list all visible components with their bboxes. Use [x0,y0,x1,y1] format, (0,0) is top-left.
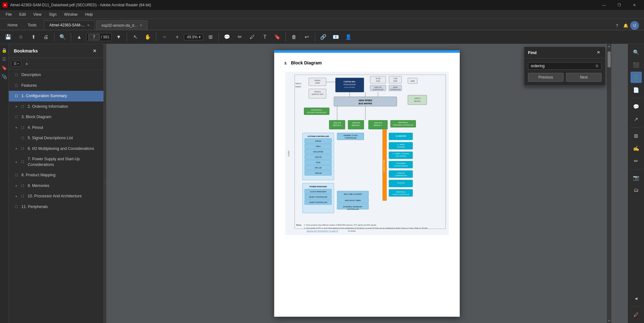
bookmark-arrow-memories[interactable]: ▸ [14,183,19,188]
right-tool-collapse[interactable]: ◂ [630,293,642,304]
right-tool-fill[interactable]: ✏ [630,155,642,167]
bookmark-io-multiplexing[interactable]: ▸ ☐ 6. I/O Multiplexing and Consideratio… [9,144,103,154]
right-tool-comment[interactable]: 💬 [630,101,642,112]
link-button[interactable]: 🔗 [318,31,329,43]
type-button[interactable]: T [259,31,270,43]
menu-window[interactable]: Window [61,11,81,18]
pdf-section-title: Block Diagram [291,60,322,65]
right-separator-4 [630,306,642,307]
right-tool-sign[interactable]: ✍ [630,143,642,154]
save-button[interactable]: 💾 [3,31,14,43]
hand-tool[interactable]: ✋ [142,31,153,43]
user-avatar[interactable]: U [630,21,639,30]
zoom-out-button[interactable]: − [159,31,170,43]
find-next-button[interactable]: Next [566,73,602,82]
tab-esp32[interactable]: esp32-wroom-da_d... ✕ [96,20,147,30]
bookmark-ordering-info[interactable]: ▸ ☐ 2. Ordering Information [9,101,103,112]
menu-file[interactable]: File [3,11,15,18]
bookmark-block-diagram[interactable]: ☐ 3. Block Diagram [9,112,103,123]
bookmark-arrow-ordering[interactable]: ▸ [14,104,19,109]
tab-tools[interactable]: Tools [23,20,42,30]
send-button[interactable]: 📧 [330,31,341,43]
right-tool-pages[interactable]: 📄 [630,84,642,96]
zoom-value: 49.9% [187,35,197,39]
bookmark-button[interactable]: ☆ [15,31,26,43]
tab-atmel[interactable]: Atmel-42363-SAM-... ✕ [44,20,95,30]
close-bookmarks-button[interactable]: ✕ [91,47,98,55]
zoom-selector[interactable]: 49.9% ▾ [184,34,203,40]
undo-button[interactable]: ↩ [301,31,312,43]
right-tool-scan[interactable]: 📷 [630,172,642,183]
find-previous-button[interactable]: Previous [528,73,564,82]
close-button[interactable]: ✕ [627,0,641,10]
right-tool-organize[interactable]: 🗂 [630,184,642,196]
minimize-button[interactable]: — [597,0,611,10]
share-button[interactable]: ⬆ [28,31,39,43]
bookmark-description[interactable]: ☐ Description [9,70,103,80]
app-icon: A [3,3,8,8]
search-button[interactable]: 🔍 [57,31,68,43]
bookmark-processor[interactable]: ▸ ☐ 10. Processor And Architecture [9,191,103,202]
delete-button[interactable]: 🗑 [288,31,300,43]
layers-icon[interactable]: ☰ [1,55,8,63]
right-tool-measure[interactable]: ⊞ [630,130,642,141]
page-number-input[interactable] [88,34,100,40]
bookmark-icon-features: ☐ [14,83,19,88]
account-button[interactable]: 👤 [343,31,354,43]
bookmark-view-options[interactable]: ☰ ▾ [11,61,21,67]
panel-resize-handle[interactable]: ⋮ [104,44,106,323]
svg-text:REAL TIME COUNTER: REAL TIME COUNTER [344,193,362,195]
comment-button[interactable]: 💬 [221,31,233,43]
right-tool-bookmark[interactable]: ☰ [630,72,642,83]
right-tool-edit-color[interactable]: 🖊 [630,309,642,320]
right-tool-scroll[interactable]: ⬛ [630,59,642,70]
bookmark-configuration-summary[interactable]: ☐ 1. Configuration Summary [9,91,103,101]
menu-sign[interactable]: Sign [46,11,60,18]
scroll-thumb[interactable] [608,52,611,67]
find-close-button[interactable]: ✕ [595,49,602,56]
bookmark-arrow-io[interactable]: ▸ [14,146,19,151]
toolbar-separator-6 [286,33,286,41]
fit-button[interactable]: ⊞ [205,31,216,43]
help-button[interactable]: ? [613,21,621,30]
bookmark-features[interactable]: ☐ Features [9,80,103,91]
bookmark-peripherals[interactable]: ☐ 11. Peripherals [9,202,103,212]
scroll-down-button[interactable]: ▼ [607,319,611,323]
menu-edit[interactable]: Edit [16,11,29,18]
notification-button[interactable]: 🔔 [621,21,630,30]
annotation-icon[interactable]: 📎 [0,73,8,80]
scroll-up-button[interactable]: ▲ [607,44,611,48]
find-settings-icon[interactable]: ⚙ [595,64,599,68]
tab-esp32-close[interactable]: ✕ [140,24,142,27]
stamp-button[interactable]: 🔖 [272,31,283,43]
bookmark-power-supply[interactable]: ▸ ☐ 7. Power Supply and Start-Up Conside… [9,154,103,170]
pdf-viewer[interactable]: Find ✕ ⚙ Previous Next 3. Block Diagram [106,44,628,323]
print-button[interactable]: 🖨 [40,31,52,43]
lock-icon[interactable]: 🔒 [0,47,8,54]
bookmark-arrow-power[interactable]: ▸ [14,160,19,165]
zoom-in-button[interactable]: + [171,31,183,43]
bookmark-signal-descriptions[interactable]: ☐ 5. Signal Descriptions List [9,133,103,144]
bookmark-pinout[interactable]: ▸ ☐ 4. Pinout [9,123,103,133]
bookmark-memories[interactable]: ▸ ☐ 9. Memories [9,181,103,191]
maximize-button[interactable]: ❐ [612,0,626,10]
right-tool-zoom[interactable]: 🔍 [630,47,642,58]
prev-page-button[interactable]: ▲ [74,31,85,43]
menu-view[interactable]: View [30,11,45,18]
draw-button[interactable]: ✏ [234,31,245,43]
next-page-button[interactable]: ▼ [113,31,124,43]
bookmark-product-mapping[interactable]: ☐ 8. Product Mapping [9,170,103,181]
cursor-tool[interactable]: ↖ [130,31,141,43]
bookmark-arrow-pinout[interactable]: ▸ [14,125,19,130]
menu-help[interactable]: Help [82,11,96,18]
bookmark-add-button[interactable]: + [22,59,31,68]
right-tool-share[interactable]: ↗ [630,113,642,125]
highlight-button[interactable]: 🖊 [247,31,258,43]
bookmark-arrow-processor[interactable]: ▸ [14,194,19,199]
tab-atmel-close[interactable]: ✕ [87,24,90,27]
svg-text:AHB-APB: AHB-APB [333,122,341,124]
tab-home[interactable]: Home [3,20,23,30]
bookmarks-icon[interactable]: 🔖 [0,64,8,72]
panel-icons-sidebar: 🔒 ☰ 🔖 📎 [0,44,9,323]
find-input[interactable] [531,64,595,68]
